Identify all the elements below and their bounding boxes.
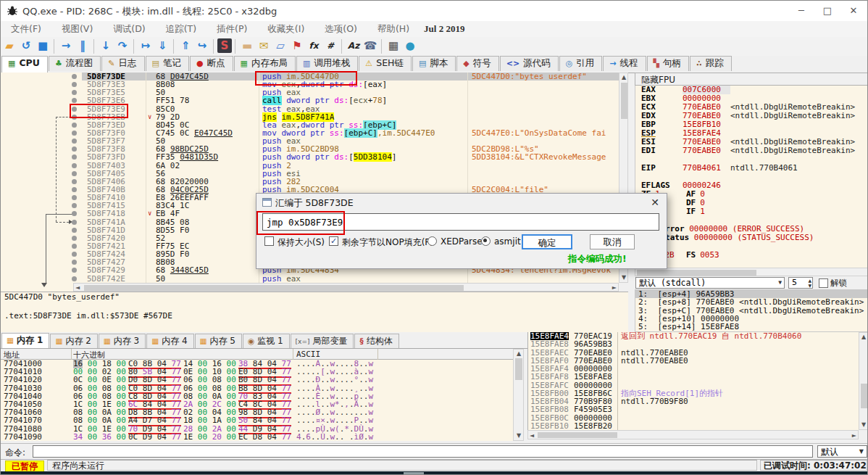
step-over-icon[interactable]: ↷ [114,38,130,54]
labels-icon[interactable]: ▱ [272,38,288,54]
stop-icon[interactable]: ■ [35,38,51,54]
tab-struct[interactable]: §结构体 [354,334,398,348]
tab-symbols[interactable]: ◆符号 [456,56,498,71]
registers-horizontal-scrollbar[interactable] [635,268,868,276]
comment-cell [467,80,619,88]
breakpoint-dot-icon [72,139,77,144]
tab-call-stack[interactable]: ▥调用堆栈 [296,56,358,71]
bookmarks-icon[interactable]: ⚑ [289,38,305,54]
title-bar[interactable]: QQ.exe - PID: 268C - 模块: im.dll - 线程: 25… [1,1,868,22]
tab-breakpoints[interactable]: ●断点 [190,56,233,71]
hash-icon[interactable]: # [322,38,338,54]
pause-icon[interactable]: ‖ [75,38,91,54]
stack-vertical-scrollbar[interactable]: ▲ ▼ [859,332,868,430]
step-into-icon[interactable]: ↓ [98,38,114,54]
cancel-button[interactable]: 取消 [590,234,635,249]
strings-icon[interactable]: Az [346,38,362,54]
menu-item-3[interactable]: 追踪(T) [156,21,206,36]
argument-row[interactable]: 2: [esp+8] 770EABE0 <ntdll.DbgUiRemoteBr… [635,298,868,306]
stack-row[interactable]: 15E8FAE896A59BB3 [528,340,859,348]
run-to-selection-icon[interactable]: ↦ [138,38,154,54]
unlock-checkbox[interactable] [819,278,828,288]
stack-row[interactable]: 15E8FB1015E8FB20 [528,422,859,430]
register-value: 770EABE0 [683,146,730,155]
xedparse-radio[interactable] [427,236,437,246]
tab-graph[interactable]: ♣流程图 [49,56,101,71]
tab-script[interactable]: ▤脚本 [412,56,456,71]
disasm-horizontal-scrollbar[interactable]: ◄ ► [73,283,619,292]
dialog-close-icon[interactable]: ✕ [651,197,659,208]
restart-icon[interactable]: ↺ [18,38,34,54]
menu-item-5[interactable]: 收藏夹(I) [257,21,314,36]
patches-icon[interactable]: ▬ [239,38,255,54]
disasm-row[interactable]: 5D8F742E50push eax [1,275,619,283]
command-type-select[interactable]: 默认▼ [817,445,867,458]
tab-dump2[interactable]: ▦内存 2 [50,334,97,348]
memory-map-icon: ▦ [241,59,248,68]
tab-handles[interactable]: ▚句柄 [647,56,689,71]
tab-dump1[interactable]: ▦内存 1 [1,333,49,348]
minimize-button[interactable]: ─ [789,4,814,18]
arguments-view[interactable]: 1: [esp+4] 96A59BB32: [esp+8] 770EABE0 <… [635,289,868,332]
scylla-icon[interactable]: S [217,38,232,53]
tab-references[interactable]: ◎引用 [559,56,603,71]
run-icon[interactable]: → [58,38,74,54]
tab-threads[interactable]: →线程 [603,56,646,71]
tab-dump3[interactable]: ▦内存 3 [99,334,146,348]
nop-fill-checkbox[interactable]: ✓ [329,236,338,246]
tab-dump5[interactable]: ▦内存 5 [195,334,242,348]
functions-icon[interactable]: fx [306,38,322,54]
stack-horizontal-scrollbar[interactable]: ◄ ► [527,430,859,439]
tab-locals[interactable]: [x=]局部变量 [291,334,354,348]
ok-button[interactable]: 确定 [522,234,572,249]
dump-tab-bar: ▦内存 1▦内存 2▦内存 3▦内存 4▦内存 5◉监视 1[x=]局部变量§结… [1,332,527,349]
registers-view[interactable]: EAX007C6000EBX00000000ECX770EABE0<ntdll.… [635,86,868,268]
open-file-icon[interactable]: ▰ [1,38,17,54]
calling-convention-select[interactable]: 默认 (stdcall)▼ [635,277,785,289]
tab-log[interactable]: ✎日志 [101,56,144,71]
calculator-icon[interactable]: ▦ [385,38,401,54]
menu-item-2[interactable]: 调试(D) [103,21,155,36]
menu-item-6[interactable]: 选项(O) [314,21,367,36]
argument-count-stepper[interactable]: 5▲▼ [788,277,813,289]
run-to-user-code-icon[interactable]: ↪ [194,38,210,54]
close-button[interactable]: ✕ [841,4,866,18]
hexdump-row[interactable]: 7704109034 00 36 000C D9 04 771E 00 20 0… [1,433,513,441]
asmjit-radio[interactable] [481,236,491,246]
register-line: OF0DF0 [635,199,868,207]
register-value: 00000000 (STATUS_SUCCESS) [694,233,814,242]
chevron-down-icon: ▼ [859,448,864,455]
maximize-button[interactable]: □ [815,4,840,18]
disasm-row[interactable]: 5D8F73FDFF35 0481D35Dpush dword ptr ds:[… [1,153,619,161]
dialog-title-bar[interactable]: 汇编于 5D8F73DE ✕ [256,194,667,211]
keep-size-checkbox[interactable] [264,236,274,246]
tab-source[interactable]: <>源代码 [500,56,559,71]
tab-seh[interactable]: ⚠SEH链 [359,56,412,71]
tab-trace[interactable]: ∴跟踪 [690,56,732,71]
tab-cpu[interactable]: ▦CPU [1,56,48,73]
menu-item-1[interactable]: 视图(V) [51,21,103,36]
tab-memory-map[interactable]: ▦内存布局 [234,56,296,71]
menu-item-4[interactable]: 插件(P) [206,21,257,36]
tab-watch1[interactable]: ◉监视 1 [243,334,290,348]
tab-notes[interactable]: ▤笔记 [146,56,189,71]
app-bug-icon [7,5,18,17]
step-out-icon[interactable]: ⇓ [154,38,170,54]
stack-view[interactable]: 15E8FAE4770EAC19返回到 ntdll.770EAC19 自 ntd… [527,332,859,430]
command-input[interactable] [33,445,813,458]
comment-cell [467,113,619,121]
globe-icon[interactable]: ● [402,38,418,54]
hexdump-vertical-scrollbar[interactable]: ▲ ▼ [513,349,524,441]
tab-label: 结构体 [367,336,393,346]
stack-row[interactable]: 15E8FAF815E8FAE8 [528,373,859,381]
hexdump-view[interactable]: 7704100016 00 18 00C0 8B 04 7714 00 16 0… [1,360,513,441]
menu-item-7[interactable]: 帮助(H) [367,21,420,36]
menu-item-0[interactable]: 文件(F) [1,21,51,36]
notes-device-icon[interactable]: ☎ [362,38,378,54]
comments-icon[interactable]: ✉ [256,38,272,54]
tab-dump4[interactable]: ▦内存 4 [146,334,193,348]
hide-fpu-button[interactable]: 隐藏FPU [635,73,868,86]
stack-row[interactable]: 15E8FB08F45905E3 [528,405,859,413]
argument-row[interactable]: 5: [esp+14] 15E8FAE8 [635,323,868,331]
execute-till-return-icon[interactable]: ⇑ [178,38,193,54]
